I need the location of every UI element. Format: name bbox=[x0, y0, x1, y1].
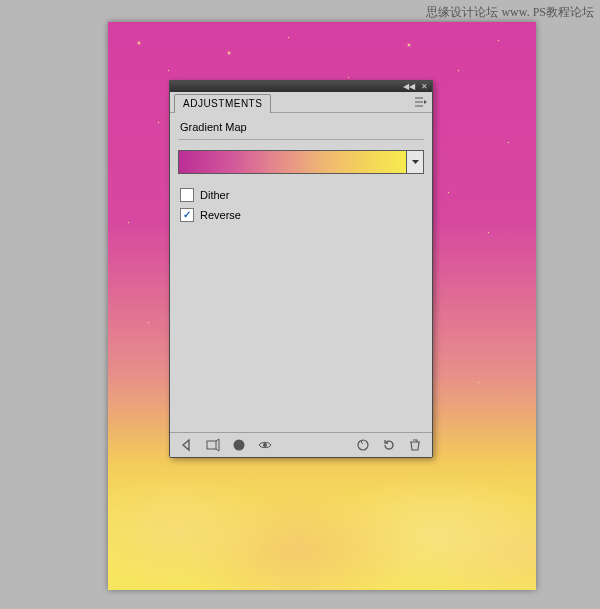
gradient-swatch[interactable] bbox=[178, 150, 406, 174]
back-icon[interactable] bbox=[176, 436, 198, 454]
collapse-icon[interactable]: ◀◀ bbox=[403, 83, 415, 91]
svg-point-1 bbox=[234, 440, 245, 451]
dither-checkbox[interactable] bbox=[180, 188, 194, 202]
panel-menu-icon[interactable] bbox=[414, 96, 428, 108]
panel-body: Gradient Map Dither Reverse bbox=[170, 113, 432, 432]
panel-titlebar[interactable]: ◀◀ ✕ bbox=[170, 81, 432, 92]
watermark-text: 思缘设计论坛 www. PS教程论坛 bbox=[426, 4, 594, 21]
trash-icon[interactable] bbox=[404, 436, 426, 454]
eye-icon[interactable] bbox=[254, 436, 276, 454]
expand-icon[interactable] bbox=[202, 436, 224, 454]
reverse-row: Reverse bbox=[180, 208, 424, 222]
mask-icon[interactable] bbox=[228, 436, 250, 454]
reverse-label: Reverse bbox=[200, 209, 241, 221]
svg-point-2 bbox=[263, 443, 267, 447]
svg-point-3 bbox=[358, 440, 368, 450]
separator bbox=[178, 139, 424, 140]
adjustment-title: Gradient Map bbox=[180, 121, 424, 133]
panel-tab-row: ADJUSTMENTS bbox=[170, 92, 432, 113]
gradient-dropdown-button[interactable] bbox=[406, 150, 424, 174]
reverse-checkbox[interactable] bbox=[180, 208, 194, 222]
dither-row: Dither bbox=[180, 188, 424, 202]
panel-footer bbox=[170, 432, 432, 457]
gradient-picker-row bbox=[178, 150, 424, 174]
reset-icon[interactable] bbox=[378, 436, 400, 454]
dither-label: Dither bbox=[200, 189, 229, 201]
svg-rect-0 bbox=[207, 441, 216, 449]
tab-adjustments[interactable]: ADJUSTMENTS bbox=[174, 94, 271, 113]
previous-state-icon[interactable] bbox=[352, 436, 374, 454]
adjustments-panel: ◀◀ ✕ ADJUSTMENTS Gradient Map Dither bbox=[169, 80, 433, 458]
close-icon[interactable]: ✕ bbox=[421, 83, 428, 91]
app-stage: 思缘设计论坛 www. PS教程论坛 ◀◀ ✕ ADJUSTMENTS Grad… bbox=[0, 0, 600, 609]
